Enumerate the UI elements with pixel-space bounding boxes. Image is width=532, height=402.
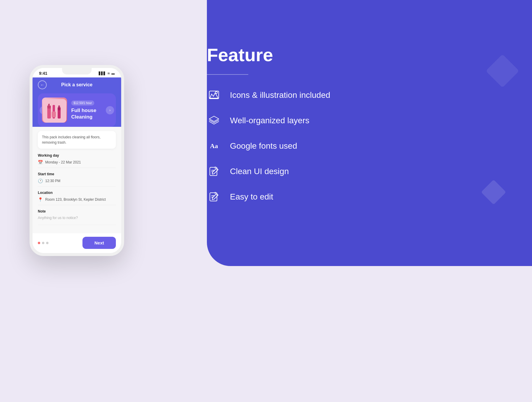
location-label: Location xyxy=(38,191,116,195)
phone-nav: ← Pick a service xyxy=(38,80,116,89)
back-button[interactable]: ← xyxy=(38,80,47,89)
svg-rect-10 xyxy=(47,107,51,119)
description-box: This pack includes cleaning all floors, … xyxy=(38,131,116,149)
back-arrow-icon: ← xyxy=(40,82,44,87)
svg-point-19 xyxy=(59,106,59,107)
typography-icon: Aa xyxy=(207,139,221,153)
illustration-icon xyxy=(207,88,221,102)
phone-bottom: Next xyxy=(33,233,121,253)
wifi-icon: ≋ xyxy=(107,72,110,75)
feature-divider xyxy=(207,74,248,75)
working-day-label: Working day xyxy=(38,153,116,158)
aa-text: Aa xyxy=(210,143,218,149)
location-value: Room 123, Brooklyn St, Kepler District xyxy=(45,197,106,202)
feature-item-easy: Easy to edit xyxy=(207,190,384,204)
service-image-inner xyxy=(42,98,67,123)
dot-1 xyxy=(38,242,40,244)
note-placeholder[interactable]: Anything for us to notice? xyxy=(38,216,116,225)
feature-item-fonts: Aa Google fonts used xyxy=(207,139,384,153)
easy-edit-icon xyxy=(207,190,221,204)
phone-body: This pack includes cleaning all floors, … xyxy=(33,127,121,233)
note-label: Note xyxy=(38,209,116,213)
feature-list: Icons & illustration included Well-organ… xyxy=(207,88,384,204)
feature-item-layers: Well-organized layers xyxy=(207,114,384,128)
feature-item-clean: Clean UI design xyxy=(207,164,384,179)
phone-mockup: 9:41 ▋▋▋ ≋ ▬ ← Pick a service ‹ xyxy=(30,65,124,256)
svg-point-0 xyxy=(215,92,218,94)
feature-label-fonts: Google fonts used xyxy=(230,141,297,151)
location-field: 📍 Room 123, Brooklyn St, Kepler District xyxy=(38,197,116,205)
status-time: 9:41 xyxy=(39,71,47,76)
working-day-value: Monday - 22 Mar 2021 xyxy=(45,160,81,164)
cleaning-illustration xyxy=(43,99,66,123)
dot-2 xyxy=(42,242,44,244)
start-time-value: 12:30 PM xyxy=(45,179,60,183)
service-info: $12.50/1 hour Full house Cleaning xyxy=(67,100,112,120)
phone-header: ← Pick a service ‹ xyxy=(33,77,121,127)
layers-icon xyxy=(207,114,221,128)
dot-3 xyxy=(46,242,48,244)
edit-icon xyxy=(207,164,221,179)
start-time-field: 🕐 12:30 PM xyxy=(38,179,116,187)
next-button[interactable]: Next xyxy=(82,237,116,249)
deco-diamond-top xyxy=(486,54,519,87)
next-service-button[interactable]: › xyxy=(106,106,114,114)
feature-item-icons: Icons & illustration included xyxy=(207,88,384,102)
deco-diamond-bottom xyxy=(481,180,506,205)
description-text: This pack includes cleaning all floors, … xyxy=(42,135,100,145)
feature-title: Feature xyxy=(207,44,384,65)
phone-nav-title: Pick a service xyxy=(61,82,93,87)
feature-label-layers: Well-organized layers xyxy=(230,116,309,125)
working-day-field: 📅 Monday - 22 Mar 2021 xyxy=(38,160,116,168)
service-card: ‹ xyxy=(38,93,116,127)
pagination-dots xyxy=(38,242,48,244)
phone-notch xyxy=(62,68,92,74)
signal-icon: ▋▋▋ xyxy=(99,72,106,75)
feature-label-clean: Clean UI design xyxy=(230,167,289,176)
feature-content: Feature Icons & illustration included xyxy=(207,44,384,215)
service-image xyxy=(42,98,67,123)
battery-icon: ▬ xyxy=(111,72,115,75)
svg-point-18 xyxy=(49,104,51,106)
svg-rect-15 xyxy=(58,109,61,119)
calendar-icon: 📅 xyxy=(38,160,43,165)
feature-label-icons: Icons & illustration included xyxy=(230,90,330,100)
phone-wrapper: 9:41 ▋▋▋ ≋ ▬ ← Pick a service ‹ xyxy=(30,65,124,256)
status-icons: ▋▋▋ ≋ ▬ xyxy=(99,72,115,75)
svg-rect-14 xyxy=(52,111,56,117)
location-icon: 📍 xyxy=(38,197,43,202)
clock-icon: 🕐 xyxy=(38,179,43,183)
price-badge: $12.50/1 hour xyxy=(71,100,94,106)
start-time-label: Start time xyxy=(38,172,116,176)
feature-label-easy: Easy to edit xyxy=(230,192,273,202)
